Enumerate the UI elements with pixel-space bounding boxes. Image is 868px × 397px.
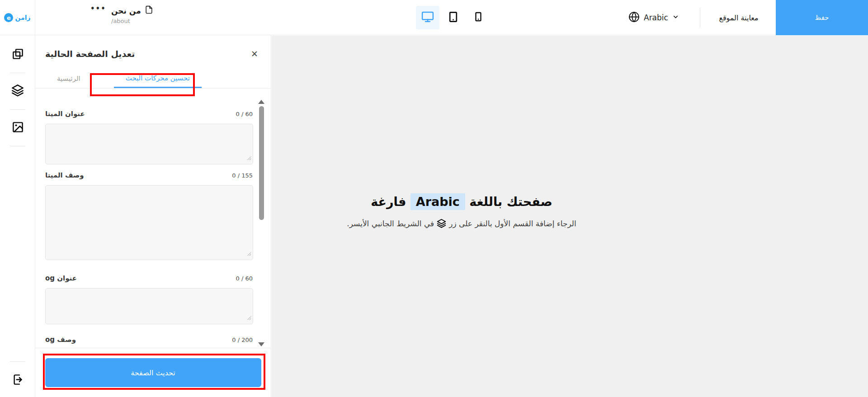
scrollbar-thumb[interactable] bbox=[259, 106, 264, 220]
toolbar-divider bbox=[10, 361, 25, 362]
mobile-view-button[interactable] bbox=[467, 6, 490, 29]
meta-title-input[interactable] bbox=[45, 124, 253, 164]
logo-text: زامن bbox=[15, 14, 30, 21]
logout-icon bbox=[12, 374, 24, 388]
page-path: /about bbox=[111, 18, 153, 24]
desktop-view-button[interactable] bbox=[416, 6, 439, 29]
language-label: Arabic bbox=[644, 13, 668, 22]
layers-icon bbox=[11, 84, 24, 98]
empty-page-heading: صفحتك باللغة Arabic فارغة bbox=[272, 195, 651, 209]
page-options-menu[interactable]: ••• bbox=[90, 5, 106, 13]
resize-grip-icon[interactable] bbox=[247, 154, 251, 162]
chevron-down-icon bbox=[672, 14, 679, 22]
layers-icon bbox=[434, 219, 449, 228]
toolbar-divider bbox=[10, 109, 25, 110]
meta-description-counter: 0 / 155 bbox=[232, 172, 253, 179]
save-button[interactable]: حفظ bbox=[776, 0, 868, 35]
device-preview-switcher bbox=[416, 6, 490, 29]
page-title: من نحن bbox=[111, 6, 141, 15]
meta-title-label: عنوان الميتا bbox=[45, 110, 85, 118]
toolbar-divider bbox=[10, 146, 25, 146]
sidebar-item-logout[interactable] bbox=[0, 370, 35, 391]
panel-title: تعديل الصفحة الحالية bbox=[45, 49, 135, 59]
sidebar-item-pages[interactable] bbox=[0, 44, 35, 65]
tab-seo[interactable]: تحسين محركات البحث bbox=[114, 74, 202, 88]
seo-form: عنوان الميتا 0 / 60 وصف الميتا 0 / 155 bbox=[35, 96, 271, 348]
resize-grip-icon[interactable] bbox=[247, 313, 251, 322]
header-divider bbox=[700, 8, 700, 28]
desktop-icon bbox=[421, 10, 434, 25]
mobile-icon bbox=[473, 11, 484, 24]
sidebar-item-images[interactable] bbox=[0, 117, 35, 138]
meta-description-label: وصف الميتا bbox=[45, 171, 84, 179]
scroll-down-icon[interactable] bbox=[258, 342, 264, 346]
update-page-button[interactable]: تحديث الصفحة bbox=[45, 358, 261, 387]
og-title-input[interactable] bbox=[45, 288, 253, 324]
og-title-counter: 0 / 60 bbox=[236, 275, 253, 282]
empty-page-subtitle: الرجاء إضافة القسم الأول بالنقر على زرفي… bbox=[272, 219, 651, 228]
og-title-label: عنوان og bbox=[45, 274, 77, 282]
meta-title-counter: 0 / 60 bbox=[236, 111, 253, 117]
scroll-up-icon[interactable] bbox=[258, 100, 264, 104]
pages-icon bbox=[12, 48, 24, 62]
top-bar: e زامن ••• من نحن /about bbox=[0, 0, 868, 35]
og-description-label: وصف og bbox=[45, 336, 76, 344]
sidebar-item-sections[interactable] bbox=[0, 81, 35, 102]
page-canvas: صفحتك باللغة Arabic فارغة الرجاء إضافة ا… bbox=[272, 36, 868, 397]
tablet-view-button[interactable] bbox=[441, 6, 465, 29]
tablet-icon bbox=[447, 11, 459, 25]
tab-main[interactable]: الرئيسية bbox=[52, 75, 85, 88]
close-icon[interactable]: ✕ bbox=[251, 50, 258, 58]
file-icon bbox=[145, 5, 153, 16]
logo-icon: e bbox=[4, 13, 13, 22]
language-selector[interactable]: Arabic bbox=[628, 0, 679, 35]
panel-scrollbar[interactable] bbox=[258, 100, 264, 346]
page-builder-app: e زامن ••• من نحن /about bbox=[0, 0, 868, 397]
og-description-counter: 0 / 200 bbox=[232, 336, 253, 343]
globe-icon bbox=[628, 11, 640, 24]
current-page-info: من نحن /about bbox=[111, 5, 153, 24]
resize-grip-icon[interactable] bbox=[247, 249, 251, 258]
edit-page-panel: تعديل الصفحة الحالية ✕ الرئيسية تحسين مح… bbox=[35, 35, 271, 397]
meta-description-input[interactable] bbox=[45, 185, 253, 260]
empty-page-message: صفحتك باللغة Arabic فارغة الرجاء إضافة ا… bbox=[272, 195, 651, 228]
language-highlight: Arabic bbox=[410, 193, 465, 210]
images-icon bbox=[12, 121, 24, 135]
panel-tabs: الرئيسية تحسين محركات البحث bbox=[35, 69, 271, 89]
preview-site-button[interactable]: معاينة الموقع bbox=[704, 0, 773, 35]
left-toolbar bbox=[0, 35, 35, 397]
panel-footer: تحديث الصفحة bbox=[35, 348, 271, 397]
app-logo[interactable]: e زامن bbox=[0, 0, 35, 35]
toolbar-divider bbox=[10, 73, 25, 73]
